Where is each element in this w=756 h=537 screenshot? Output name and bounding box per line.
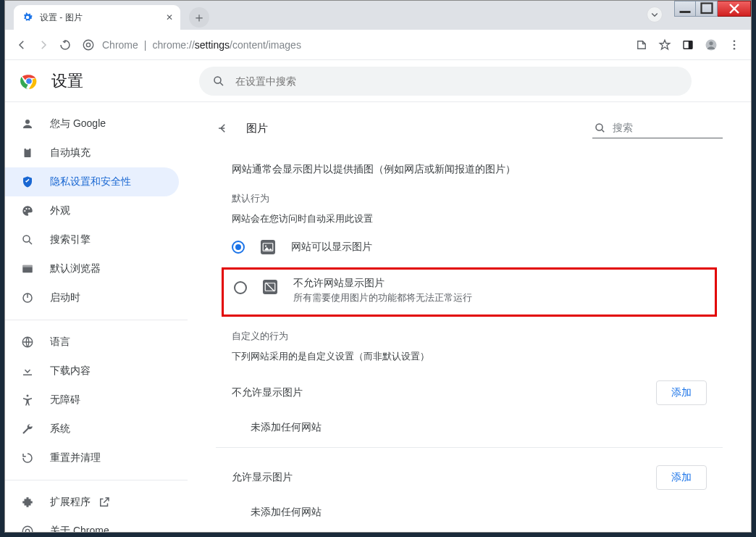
menu-button[interactable]: [723, 34, 745, 56]
download-icon: [21, 365, 34, 378]
radio-button[interactable]: [232, 241, 245, 254]
search-icon: [21, 233, 34, 246]
sidebar-item-appearance[interactable]: 外观: [5, 196, 179, 225]
forward-button[interactable]: [33, 34, 54, 56]
search-icon: [594, 122, 607, 135]
search-icon: [212, 75, 225, 88]
svg-point-3: [86, 43, 90, 46]
url-scheme: chrome://: [152, 39, 194, 51]
sidebar-item-label: 外观: [50, 204, 70, 217]
default-behavior-label: 默认行为: [232, 192, 707, 205]
shield-icon: [21, 175, 34, 188]
settings-title: 设置: [51, 70, 83, 92]
profile-button[interactable]: [700, 34, 722, 56]
svg-rect-16: [25, 149, 31, 157]
bookmark-button[interactable]: [654, 34, 676, 56]
radio-label: 不允许网站显示图片: [293, 277, 472, 290]
sidebar-item-label: 无障碍: [50, 394, 80, 407]
window-minimize-button[interactable]: [674, 1, 696, 17]
svg-point-18: [24, 210, 25, 212]
extension-icon: [21, 496, 34, 509]
window-maximize-button[interactable]: [696, 1, 718, 17]
block-list-empty: 未添加任何网站: [251, 421, 707, 434]
side-panel-button[interactable]: [677, 34, 699, 56]
browser-tab[interactable]: 设置 - 图片 ✕: [14, 5, 180, 30]
allow-list-title: 允许显示图片: [232, 471, 293, 484]
sidebar-item-label: 系统: [50, 422, 70, 436]
sidebar-item-on-startup[interactable]: 启动时: [5, 283, 179, 312]
svg-rect-5: [689, 41, 692, 49]
sidebar-item-privacy[interactable]: 隐私设置和安全性: [5, 167, 179, 196]
add-block-button[interactable]: 添加: [656, 380, 707, 405]
svg-point-10: [734, 47, 736, 49]
sidebar-item-label: 扩展程序: [50, 496, 91, 509]
image-icon: [261, 240, 275, 254]
main-content: 图片 搜索 网站通常会显示图片以提供插图（例如网店或新闻报道的图片） 默认行为 …: [188, 102, 751, 532]
custom-behavior-sub: 下列网站采用的是自定义设置（而非默认设置）: [232, 350, 707, 363]
svg-point-26: [27, 395, 29, 397]
chrome-logo-icon: [20, 72, 38, 91]
radio-sublabel: 所有需要使用图片的功能都将无法正常运行: [293, 291, 472, 304]
image-blocked-icon: [263, 280, 277, 294]
block-list-title: 不允许显示图片: [232, 386, 303, 399]
radio-allow-images[interactable]: 网站可以显示图片: [232, 231, 707, 263]
sidebar-item-label: 语言: [50, 336, 70, 349]
svg-rect-1: [701, 4, 712, 14]
address-bar[interactable]: Chrome | chrome://settings/content/image…: [82, 38, 625, 51]
palette-icon: [21, 204, 34, 217]
add-allow-button[interactable]: 添加: [656, 465, 707, 490]
back-button[interactable]: [11, 34, 33, 56]
new-tab-button[interactable]: ＋: [189, 7, 209, 28]
browser-icon: [21, 262, 34, 275]
sidebar-item-label: 关于 Chrome: [50, 525, 109, 532]
page-search[interactable]: 搜索: [592, 119, 723, 138]
sidebar-item-default-browser[interactable]: 默认浏览器: [5, 254, 179, 283]
sidebar-item-search-engine[interactable]: 搜索引擎: [5, 225, 179, 254]
globe-icon: [21, 336, 34, 349]
sidebar-item-label: 启动时: [50, 291, 80, 304]
gear-icon: [21, 11, 34, 24]
default-behavior-sub: 网站会在您访问时自动采用此设置: [232, 212, 707, 225]
chrome-outline-icon: [21, 525, 34, 532]
sidebar-item-languages[interactable]: 语言: [5, 328, 179, 357]
person-icon: [21, 117, 34, 130]
power-icon: [21, 291, 34, 304]
share-button[interactable]: [631, 34, 652, 56]
restore-icon: [21, 451, 34, 465]
sidebar-item-autofill[interactable]: 自动填充: [5, 138, 179, 167]
clipboard-icon: [21, 146, 34, 159]
sidebar-item-extensions[interactable]: 扩展程序: [5, 488, 179, 517]
sidebar-item-accessibility[interactable]: 无障碍: [5, 386, 179, 415]
highlight-annotation: 不允许网站显示图片 所有需要使用图片的功能都将无法正常运行: [222, 267, 717, 317]
sidebar-item-reset[interactable]: 重置并清理: [5, 444, 179, 473]
page-back-button[interactable]: [213, 118, 233, 138]
close-icon[interactable]: ✕: [166, 12, 173, 22]
sidebar-item-system[interactable]: 系统: [5, 415, 179, 444]
svg-point-29: [596, 124, 602, 130]
svg-point-2: [83, 40, 93, 50]
wrench-icon: [21, 422, 34, 436]
svg-point-31: [265, 245, 266, 246]
reload-button[interactable]: [54, 34, 76, 56]
svg-rect-0: [680, 11, 691, 13]
sidebar: 您与 Google 自动填充 隐私设置和安全性 外观 搜索引擎 默认浏览器 启动…: [5, 102, 188, 532]
svg-point-13: [26, 78, 32, 84]
radio-label: 网站可以显示图片: [291, 241, 372, 254]
window-close-button[interactable]: [718, 1, 751, 17]
svg-point-7: [709, 41, 713, 45]
settings-search[interactable]: [199, 67, 692, 96]
sidebar-item-label: 重置并清理: [50, 451, 101, 465]
tabstrip-dropdown-button[interactable]: [647, 7, 663, 22]
radio-block-images[interactable]: 不允许网站显示图片 所有需要使用图片的功能都将无法正常运行: [234, 274, 705, 304]
sidebar-item-you-and-google[interactable]: 您与 Google: [5, 109, 179, 138]
sidebar-item-about[interactable]: 关于 Chrome: [5, 517, 179, 532]
sidebar-item-downloads[interactable]: 下载内容: [5, 357, 179, 386]
tabstrip: 设置 - 图片 ✕ ＋: [5, 1, 751, 30]
svg-point-20: [28, 208, 30, 209]
sidebar-item-label: 自动填充: [50, 146, 91, 159]
radio-button[interactable]: [234, 281, 247, 294]
svg-point-9: [734, 43, 736, 46]
svg-point-14: [214, 77, 221, 83]
settings-search-input[interactable]: [235, 75, 679, 87]
url-host: settings: [195, 39, 230, 51]
